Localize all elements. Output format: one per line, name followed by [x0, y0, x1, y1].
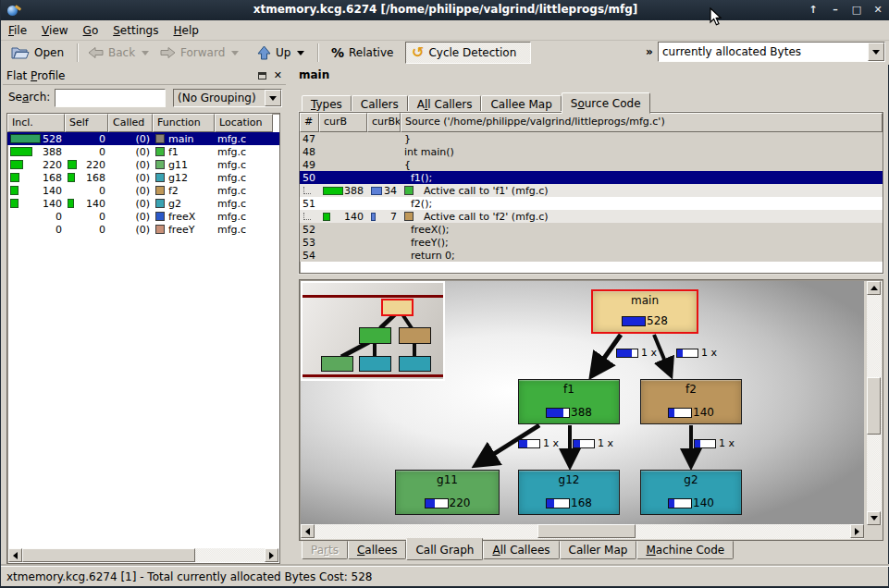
tab-caller-map[interactable]: Caller Map: [560, 541, 637, 559]
scroll-thumb[interactable]: [22, 548, 195, 562]
graph-node-main[interactable]: main528: [591, 289, 698, 334]
graph-hscrollbar[interactable]: [301, 524, 864, 539]
toolbar-overflow-chevron[interactable]: »: [646, 45, 653, 58]
forward-button[interactable]: Forward: [154, 42, 245, 64]
scroll-thumb[interactable]: [537, 524, 636, 538]
flat-profile-row-freeY[interactable]: 00(0)freeYmfg.c: [7, 223, 279, 236]
column-header-incl[interactable]: Incl.: [7, 114, 65, 132]
tab-callees[interactable]: Callees: [348, 541, 406, 559]
up-dropdown-icon[interactable]: [297, 51, 304, 55]
tab-parts[interactable]: Parts: [302, 541, 348, 559]
function-name: main: [168, 133, 193, 145]
called-cell: (0): [108, 223, 153, 236]
back-dropdown-icon[interactable]: [142, 51, 149, 55]
dock-float-icon[interactable]: [258, 72, 266, 80]
source-line-48[interactable]: 48int main(): [300, 145, 883, 158]
combo-dropdown-button[interactable]: [868, 43, 884, 61]
combo-dropdown-button[interactable]: [265, 90, 281, 106]
menu-settings[interactable]: Settings: [105, 22, 166, 39]
source-line-52[interactable]: 52 freeX();: [300, 223, 883, 236]
edge-label-main-f1[interactable]: 1 x: [616, 347, 657, 359]
graph-node-g11[interactable]: g11220: [395, 470, 500, 515]
visualization-tabbar: Parts Callees Call Graph All Callees Cal…: [302, 541, 734, 565]
menu-view[interactable]: View: [34, 22, 75, 39]
titlebar[interactable]: xtmemory.kcg.6274 [/home/philippe/valgri…: [1, 0, 889, 20]
open-button[interactable]: Open: [5, 42, 70, 64]
tab-callee-map[interactable]: Callee Map: [481, 95, 561, 113]
incl-cell: 140: [7, 197, 65, 210]
search-input[interactable]: [55, 89, 166, 107]
window-shade-icon[interactable]: ↑: [805, 2, 821, 18]
source-annotation[interactable]: 38834 Active call to 'f1' (mfg.c): [300, 184, 883, 197]
source-column-header[interactable]: Source ('/home/philippe/valgrind/littlep…: [401, 113, 883, 132]
back-button[interactable]: Back: [81, 42, 155, 64]
graph-node-g2[interactable]: g2140: [640, 470, 742, 515]
scroll-left-icon[interactable]: [8, 548, 22, 562]
call-graph-canvas[interactable]: main528f1388f2140g11220g12168g21401 x1 x…: [301, 281, 864, 525]
self-value: 0: [99, 211, 105, 223]
source-column-header[interactable]: #: [300, 113, 319, 132]
tab-types[interactable]: Types: [302, 95, 352, 113]
incl-value: 0: [56, 211, 62, 223]
source-annotation[interactable]: 1407 Active call to 'f2' (mfg.c): [300, 210, 883, 223]
column-header-location[interactable]: Location: [215, 114, 273, 132]
edge-label-main-f2[interactable]: 1 x: [676, 347, 717, 359]
window-minimize-icon[interactable]: –: [827, 2, 844, 18]
menu-file[interactable]: File: [1, 22, 34, 39]
source-line-53[interactable]: 53 freeY();: [300, 236, 883, 249]
edge-label-f2-g2[interactable]: 1 x: [694, 437, 735, 449]
tab-source-code[interactable]: Source Code: [562, 92, 650, 114]
source-line-47[interactable]: 47}: [300, 132, 883, 145]
flat-profile-row-f1[interactable]: 3880(0)f1mfg.c: [7, 145, 279, 158]
tab-all-callers[interactable]: All Callers: [408, 95, 482, 113]
flat-profile-row-f2[interactable]: 1400(0)f2mfg.c: [7, 184, 279, 197]
scroll-thumb[interactable]: [867, 377, 881, 435]
source-line-50[interactable]: 50 f1();: [300, 171, 883, 184]
graph-overview[interactable]: [301, 281, 445, 381]
relative-button[interactable]: % Relative: [325, 42, 400, 64]
scroll-left-icon[interactable]: [301, 524, 315, 538]
up-button[interactable]: Up: [251, 42, 311, 64]
tab-all-callees[interactable]: All Callees: [483, 541, 559, 559]
flat-profile-row-g11[interactable]: 220220(0)g11mfg.c: [7, 158, 279, 171]
column-header-function[interactable]: Function: [153, 114, 215, 132]
source-line-54[interactable]: 54 return 0;: [300, 249, 883, 262]
edge-label-f1-g11[interactable]: 1 x: [518, 437, 559, 449]
graph-node-g12[interactable]: g12168: [518, 470, 620, 515]
graph-node-f1[interactable]: f1388: [518, 379, 620, 424]
flat-profile-row-g2[interactable]: 140140(0)g2mfg.c: [7, 197, 279, 210]
menu-help[interactable]: Help: [166, 22, 205, 39]
scroll-right-icon[interactable]: [265, 548, 278, 562]
flat-profile-row-freeX[interactable]: 00(0)freeXmfg.c: [7, 210, 279, 223]
event-type-combobox[interactable]: currently allocated Bytes: [658, 42, 885, 62]
menu-go[interactable]: Go: [76, 22, 106, 39]
column-header-self[interactable]: Self: [65, 114, 108, 132]
tab-call-graph[interactable]: Call Graph: [406, 538, 483, 560]
dock-titlebar[interactable]: Flat Profile ✕: [3, 67, 286, 85]
flat-profile-hscrollbar[interactable]: [8, 548, 278, 562]
window-maximize-icon[interactable]: □: [848, 2, 865, 18]
scroll-right-icon[interactable]: [850, 524, 864, 538]
source-column-header[interactable]: curB: [319, 113, 367, 132]
edge-label-f1-g12[interactable]: 1 x: [573, 437, 613, 449]
function-color-icon: [155, 173, 165, 182]
node-cost-value: 140: [693, 496, 714, 509]
scroll-down-icon[interactable]: [867, 511, 881, 525]
grouping-combobox[interactable]: (No Grouping): [173, 89, 282, 107]
graph-vscrollbar[interactable]: [867, 281, 882, 525]
forward-dropdown-icon[interactable]: [231, 51, 239, 55]
cost-bar-icon: [616, 349, 638, 358]
tab-machine-code[interactable]: Machine Code: [636, 541, 734, 559]
graph-node-f2[interactable]: f2140: [640, 379, 742, 424]
scroll-up-icon[interactable]: [867, 281, 881, 295]
flat-profile-row-g12[interactable]: 168168(0)g12mfg.c: [7, 171, 279, 184]
window-close-icon[interactable]: ✕: [870, 2, 886, 18]
vertical-splitter[interactable]: [280, 65, 295, 566]
column-header-called[interactable]: Called: [108, 114, 153, 132]
source-column-header[interactable]: curBk: [367, 113, 401, 132]
source-line-51[interactable]: 51 f2();: [300, 197, 883, 210]
tab-callers[interactable]: Callers: [352, 95, 408, 113]
source-line-49[interactable]: 49{: [300, 158, 883, 171]
flat-profile-row-main[interactable]: 5280(0)mainmfg.c: [7, 132, 279, 145]
cycle-detection-button[interactable]: ↺ Cycle Detection: [405, 42, 531, 64]
